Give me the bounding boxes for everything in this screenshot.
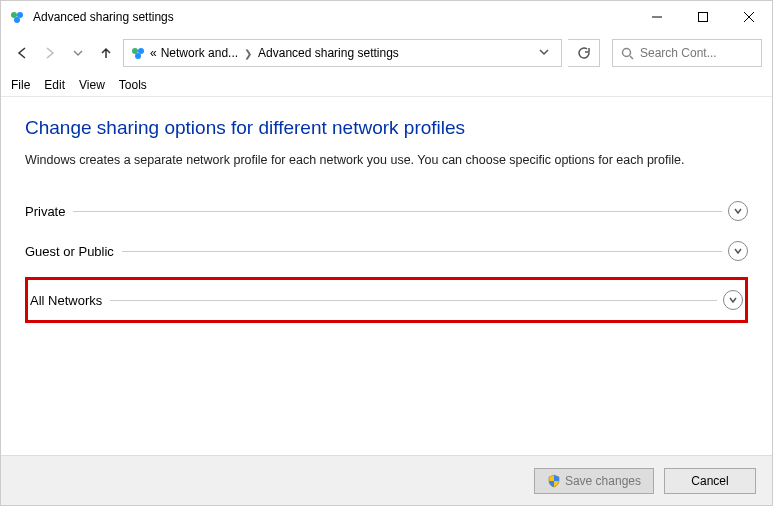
shield-icon: [547, 474, 561, 488]
search-placeholder: Search Cont...: [640, 46, 717, 60]
cancel-button[interactable]: Cancel: [664, 468, 756, 494]
menu-edit[interactable]: Edit: [44, 78, 65, 92]
profile-label: Private: [25, 204, 73, 219]
control-panel-icon: [9, 9, 25, 25]
breadcrumb-dropdown[interactable]: [533, 46, 555, 60]
page-description: Windows creates a separate network profi…: [25, 151, 748, 169]
back-button[interactable]: [11, 42, 33, 64]
svg-point-8: [138, 48, 144, 54]
separator-line: [73, 211, 722, 212]
minimize-button[interactable]: [634, 1, 680, 33]
save-button[interactable]: Save changes: [534, 468, 654, 494]
control-panel-icon: [130, 45, 146, 61]
window-title: Advanced sharing settings: [33, 10, 634, 24]
separator-line: [122, 251, 722, 252]
breadcrumb-prefix: «: [150, 46, 157, 60]
save-label: Save changes: [565, 474, 641, 488]
profile-all-highlight: All Networks: [25, 277, 748, 323]
svg-point-10: [623, 48, 631, 56]
up-button[interactable]: [95, 42, 117, 64]
profile-label: All Networks: [30, 293, 110, 308]
menu-view[interactable]: View: [79, 78, 105, 92]
profile-all[interactable]: All Networks: [30, 284, 743, 316]
separator-line: [110, 300, 717, 301]
page-title: Change sharing options for different net…: [25, 117, 748, 139]
breadcrumb[interactable]: « Network and... ❯ Advanced sharing sett…: [123, 39, 562, 67]
recent-dropdown[interactable]: [67, 42, 89, 64]
maximize-button[interactable]: [680, 1, 726, 33]
window-controls: [634, 1, 772, 33]
close-button[interactable]: [726, 1, 772, 33]
search-input[interactable]: Search Cont...: [612, 39, 762, 67]
menu-file[interactable]: File: [11, 78, 30, 92]
breadcrumb-part1[interactable]: Network and...: [161, 46, 238, 60]
refresh-button[interactable]: [568, 39, 600, 67]
svg-point-1: [17, 12, 23, 18]
profile-guest[interactable]: Guest or Public: [25, 231, 748, 271]
content-area: Change sharing options for different net…: [1, 97, 772, 455]
profile-private[interactable]: Private: [25, 191, 748, 231]
chevron-right-icon: ❯: [242, 48, 254, 59]
profile-label: Guest or Public: [25, 244, 122, 259]
chevron-down-icon[interactable]: [728, 201, 748, 221]
svg-rect-4: [699, 13, 708, 22]
svg-point-0: [11, 12, 17, 18]
menu-tools[interactable]: Tools: [119, 78, 147, 92]
forward-button[interactable]: [39, 42, 61, 64]
svg-point-2: [14, 17, 20, 23]
chevron-down-icon[interactable]: [723, 290, 743, 310]
breadcrumb-part2[interactable]: Advanced sharing settings: [258, 46, 399, 60]
svg-line-11: [630, 56, 633, 59]
footer: Save changes Cancel: [1, 455, 772, 505]
chevron-down-icon[interactable]: [728, 241, 748, 261]
search-icon: [621, 47, 634, 60]
nav-row: « Network and... ❯ Advanced sharing sett…: [1, 33, 772, 73]
titlebar: Advanced sharing settings: [1, 1, 772, 33]
menu-bar: File Edit View Tools: [1, 73, 772, 97]
svg-point-7: [132, 48, 138, 54]
svg-point-9: [135, 53, 141, 59]
cancel-label: Cancel: [691, 474, 728, 488]
